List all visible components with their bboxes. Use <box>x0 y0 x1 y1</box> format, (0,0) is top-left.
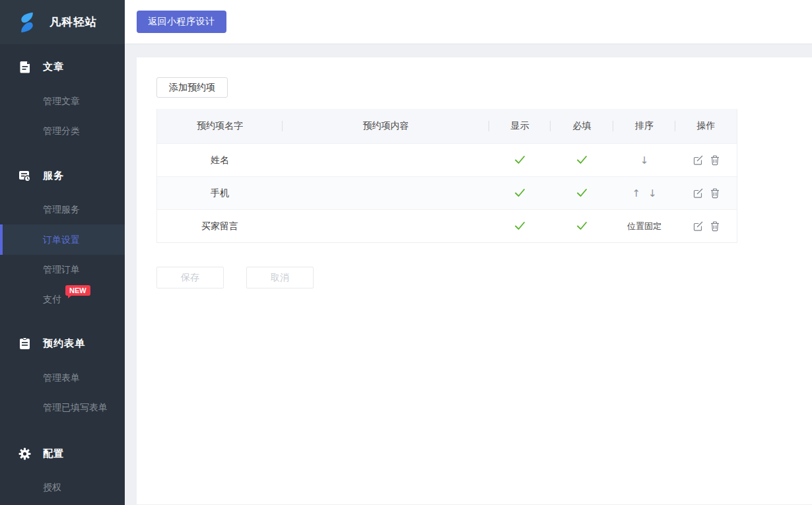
content-background: 添加预约项 预约项名字 预约项内容 显示 必填 排序 操作 姓名 <box>125 44 812 505</box>
sidebar-item-authorization[interactable]: 授权 <box>0 479 125 496</box>
delete-icon[interactable] <box>710 220 720 232</box>
col-header-required: 必填 <box>551 109 613 143</box>
booking-items-table: 预约项名字 预约项内容 显示 必填 排序 操作 姓名 <box>156 109 737 243</box>
sidebar-item-manage-orders[interactable]: 管理订单 <box>0 261 125 278</box>
save-button[interactable]: 保存 <box>156 267 224 288</box>
required-check-icon <box>551 210 613 242</box>
display-check-icon <box>489 210 551 242</box>
sidebar-item-manage-articles[interactable]: 管理文章 <box>0 92 125 110</box>
add-booking-item-button[interactable]: 添加预约项 <box>156 77 228 98</box>
move-down-icon[interactable]: ↓ <box>648 187 657 199</box>
section-label-booking-forms: 预约表单 <box>43 337 85 350</box>
row-content <box>283 210 489 242</box>
order-settings-panel: 添加预约项 预约项名字 预约项内容 显示 必填 排序 操作 姓名 <box>137 57 812 504</box>
actions-cell <box>675 144 737 176</box>
actions-cell <box>675 177 737 209</box>
sidebar-item-manage-filled-forms[interactable]: 管理已填写表单 <box>0 399 125 416</box>
form-icon <box>18 337 31 350</box>
edit-icon[interactable] <box>693 220 704 232</box>
col-header-name: 预约项名字 <box>157 109 283 143</box>
app-title: 凡科轻站 <box>50 15 97 30</box>
sidebar-item-payment[interactable]: 支付 NEW <box>0 290 125 308</box>
sidebar-nav: 文章 管理文章 管理分类 <box>0 59 125 496</box>
section-booking-forms: 预约表单 <box>0 336 125 351</box>
display-check-icon <box>489 144 551 176</box>
section-services: 服务 <box>0 168 125 183</box>
display-check-icon <box>489 177 551 209</box>
sidebar: 凡科轻站 文章 管理文章 管理分类 <box>0 0 125 505</box>
section-articles: 文章 <box>0 59 125 74</box>
table-row: 买家留言 位置固定 <box>157 209 737 242</box>
main-area: 返回小程序设计 添加预约项 预约项名字 预约项内容 显示 必填 排序 操作 <box>125 0 812 505</box>
sidebar-header: 凡科轻站 <box>0 0 125 44</box>
col-header-actions: 操作 <box>675 109 737 143</box>
section-label-articles: 文章 <box>43 61 64 73</box>
cancel-button[interactable]: 取消 <box>246 267 314 288</box>
topbar: 返回小程序设计 <box>125 0 812 44</box>
edit-icon[interactable] <box>693 154 704 166</box>
row-name: 手机 <box>157 177 283 209</box>
article-icon <box>18 61 31 73</box>
actions-cell <box>675 210 737 242</box>
sidebar-item-order-settings[interactable]: 订单设置 <box>0 224 125 255</box>
position-fixed-label: 位置固定 <box>627 220 661 232</box>
col-header-display: 显示 <box>489 109 551 143</box>
required-check-icon <box>551 144 613 176</box>
sidebar-item-manage-categories[interactable]: 管理分类 <box>0 122 125 139</box>
required-check-icon <box>551 177 613 209</box>
row-name: 姓名 <box>157 144 283 176</box>
table-header-row: 预约项名字 预约项内容 显示 必填 排序 操作 <box>157 109 737 143</box>
row-content <box>283 144 489 176</box>
sidebar-item-manage-services[interactable]: 管理服务 <box>0 201 125 218</box>
col-header-content: 预约项内容 <box>283 109 489 143</box>
row-name: 买家留言 <box>157 210 283 242</box>
delete-icon[interactable] <box>710 187 720 199</box>
col-header-sort: 排序 <box>613 109 675 143</box>
brand-logo-icon <box>15 10 40 35</box>
move-up-icon[interactable]: ↑ <box>632 187 640 199</box>
row-content <box>283 177 489 209</box>
section-config: 配置 <box>0 446 125 461</box>
form-actions: 保存 取消 <box>156 267 812 288</box>
section-label-config: 配置 <box>43 448 64 460</box>
sort-cell: 位置固定 <box>613 210 675 242</box>
service-icon <box>18 170 31 182</box>
sidebar-item-manage-forms[interactable]: 管理表单 <box>0 369 125 386</box>
table-row: 手机 ↑ ↓ <box>157 176 737 209</box>
back-to-designer-button[interactable]: 返回小程序设计 <box>137 11 226 33</box>
sort-cell: ↓ <box>613 144 675 176</box>
table-row: 姓名 ↓ <box>157 143 737 176</box>
edit-icon[interactable] <box>693 187 704 199</box>
delete-icon[interactable] <box>710 154 720 166</box>
move-down-icon[interactable]: ↓ <box>640 154 649 166</box>
sort-cell: ↑ ↓ <box>613 177 675 209</box>
app-root: 凡科轻站 文章 管理文章 管理分类 <box>0 0 812 505</box>
new-badge: NEW <box>65 285 90 296</box>
section-label-services: 服务 <box>43 170 64 182</box>
gear-icon <box>18 448 31 460</box>
